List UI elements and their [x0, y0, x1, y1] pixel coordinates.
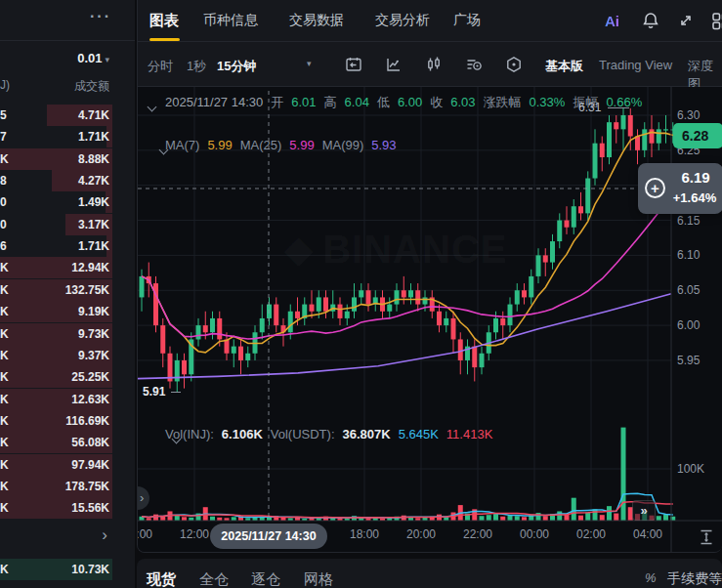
ask-row[interactable]: 01.49K — [0, 191, 135, 213]
close-value: 6.03 — [450, 92, 475, 112]
time-label-00:00: 00:00 — [513, 527, 556, 541]
mode-basic[interactable]: 基本版 — [545, 58, 583, 75]
close-label: 收 — [430, 92, 443, 112]
time-label-22:00: 22:00 — [456, 527, 499, 541]
plus-circle-icon[interactable]: + — [645, 178, 665, 198]
trade-tab-网格[interactable]: 网格 — [304, 570, 333, 588]
low-price-marker: 5.91 — [143, 385, 165, 399]
qty-partial: 0 — [0, 195, 7, 209]
ask-row[interactable]: K178.75K — [0, 476, 135, 497]
orderbook-expand-row[interactable]: › — [0, 525, 135, 549]
ask-row[interactable]: K25.25K — [0, 366, 135, 388]
ask-row[interactable]: K15.56K — [0, 497, 135, 519]
amount-value: 4.27K — [78, 174, 109, 188]
price-label-6.05: 6.05 — [677, 283, 700, 297]
mode-tradingview[interactable]: Trading View — [599, 58, 672, 72]
amount-value: 9.19K — [78, 305, 109, 318]
ma25-value: 5.99 — [289, 136, 314, 155]
tab-图表[interactable]: 图表 — [149, 12, 179, 30]
amount-value: 8.88K — [78, 152, 109, 166]
qty-partial: K — [0, 283, 9, 297]
time-label-18:00: 18:00 — [343, 527, 386, 541]
candlestick-icon[interactable] — [425, 56, 443, 73]
open-value: 6.01 — [291, 92, 316, 112]
amount-value: 15.56K — [71, 501, 109, 515]
amount-value: 1.71K — [78, 130, 109, 144]
ask-row[interactable]: K56.08K — [0, 432, 135, 453]
qty-partial: K — [0, 436, 9, 449]
trade-tab-全仓[interactable]: 全仓 — [199, 570, 229, 588]
tab-交易数据[interactable]: 交易数据 — [289, 12, 344, 29]
chart-card: 图表币种信息交易数据交易分析广场 Ai 分时 1秒 15分钟 ▾ — [137, 0, 722, 553]
high-marker-dash — [608, 107, 629, 108]
ask-row[interactable]: 84.27K — [0, 170, 135, 191]
crosshair-price-tooltip[interactable]: + 6.19 +1.64% — [638, 163, 722, 214]
scroll-to-latest-button[interactable]: » — [632, 500, 656, 521]
qty-partial: K — [0, 458, 9, 472]
ask-row[interactable]: K97.94K — [0, 454, 135, 476]
high-value: 6.04 — [345, 92, 369, 112]
interval-dropdown-caret[interactable]: ▾ — [307, 59, 312, 68]
fullscreen-expand-icon[interactable] — [676, 11, 696, 30]
price-scale-settings-icon[interactable] — [697, 527, 716, 547]
percent-icon: % — [645, 570, 657, 585]
interval-fenshi[interactable]: 分时 — [148, 58, 173, 75]
vol-usdt-value: 36.807K — [343, 425, 391, 444]
qty-column-header: J) — [0, 78, 10, 92]
ohlc-info-row: 2025/11/27 14:30 开6.01 高6.04 低6.00 收6.03… — [165, 92, 646, 112]
low-marker-dash — [171, 392, 181, 393]
collapse-ohlc-icon[interactable] — [149, 103, 156, 110]
layout-grid-icon[interactable] — [711, 11, 722, 30]
tick-size-dropdown[interactable]: 0.01▾ — [0, 51, 135, 72]
amount-value: 4.71K — [78, 108, 109, 122]
amount-value: 97.94K — [71, 458, 109, 472]
ask-row[interactable]: 54.71K — [0, 105, 135, 126]
price-label-6.00: 6.00 — [677, 318, 700, 332]
high-price-marker: 6.31 — [578, 101, 601, 114]
high-label: 高 — [324, 92, 337, 112]
interval-1s[interactable]: 1秒 — [187, 58, 206, 75]
amount-value: 132.75K — [65, 283, 109, 297]
tab-币种信息[interactable]: 币种信息 — [203, 12, 258, 29]
ma7-label: MA(7) — [165, 136, 199, 155]
ask-row[interactable]: K8.88K — [0, 148, 135, 170]
interval-15m-selected[interactable]: 15分钟 — [217, 58, 256, 75]
ask-row[interactable]: K132.75K — [0, 279, 135, 301]
orderbook-header: ··· — [0, 0, 135, 41]
amount-value: 56.08K — [71, 436, 109, 449]
ask-row[interactable]: K9.19K — [0, 301, 135, 322]
line-chart-icon[interactable] — [385, 56, 403, 73]
binance-logo-icon: ◆ — [284, 231, 313, 268]
qty-partial: 8 — [0, 174, 7, 188]
ai-button[interactable]: Ai — [605, 13, 624, 32]
ask-row[interactable]: 71.71K — [0, 126, 135, 147]
kline-plot[interactable]: ◆ BINANCE 2025/11/27 14:30 开6.01 高6.04 低… — [138, 87, 722, 553]
crosshair-time-pill: 2025/11/27 14:30 — [210, 524, 327, 549]
more-menu-icon[interactable]: ··· — [90, 8, 111, 25]
candle-time: 2025/11/27 14:30 — [165, 92, 263, 112]
tab-交易分析[interactable]: 交易分析 — [375, 12, 430, 29]
ask-row[interactable]: K9.73K — [0, 323, 135, 345]
change-value: 0.33% — [530, 92, 566, 112]
indicator-settings-icon[interactable] — [465, 56, 483, 73]
ask-row[interactable]: K12.63K — [0, 389, 135, 410]
trade-tab-现货[interactable]: 现货 — [147, 570, 176, 588]
qty-partial: K — [0, 563, 9, 576]
ask-row[interactable]: 61.71K — [0, 235, 135, 257]
fee-tier-link[interactable]: 手续费等级 — [667, 570, 722, 588]
bid-row[interactable]: K10.73K — [0, 559, 135, 580]
settings-hexagon-icon[interactable] — [505, 56, 523, 73]
ask-row[interactable]: K9.37K — [0, 345, 135, 366]
vol-inj-label: Vol(INJ): — [165, 425, 214, 444]
replay-calendar-icon[interactable] — [345, 56, 362, 73]
ask-row[interactable]: K116.69K — [0, 410, 135, 432]
amount-value: 9.37K — [78, 349, 109, 362]
trade-tab-逐仓[interactable]: 逐仓 — [251, 570, 280, 588]
ask-row[interactable]: 03.17K — [0, 214, 135, 235]
tab-广场[interactable]: 广场 — [453, 12, 481, 29]
bell-icon[interactable] — [641, 11, 660, 30]
qty-partial: 6 — [0, 239, 7, 253]
volume-scale-label: 100K — [677, 462, 704, 476]
time-label-20:00: 20:00 — [400, 527, 443, 541]
ask-row[interactable]: K12.94K — [0, 257, 135, 278]
